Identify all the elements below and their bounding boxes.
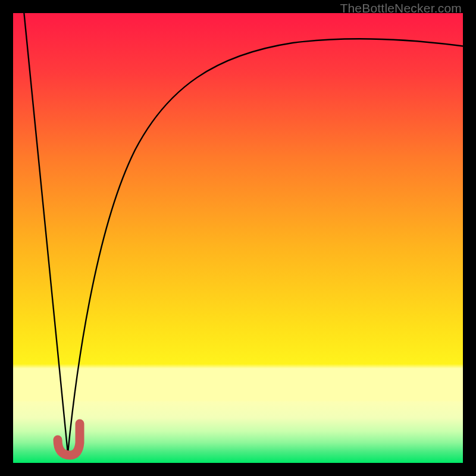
- chart-frame: TheBottleNecker.com: [0, 0, 476, 476]
- bottleneck-curve: [13, 13, 463, 463]
- curve-left-arm: [24, 13, 68, 453]
- watermark-text: TheBottleNecker.com: [340, 1, 462, 15]
- curve-right-arm: [68, 39, 463, 453]
- plot-area: [13, 13, 463, 463]
